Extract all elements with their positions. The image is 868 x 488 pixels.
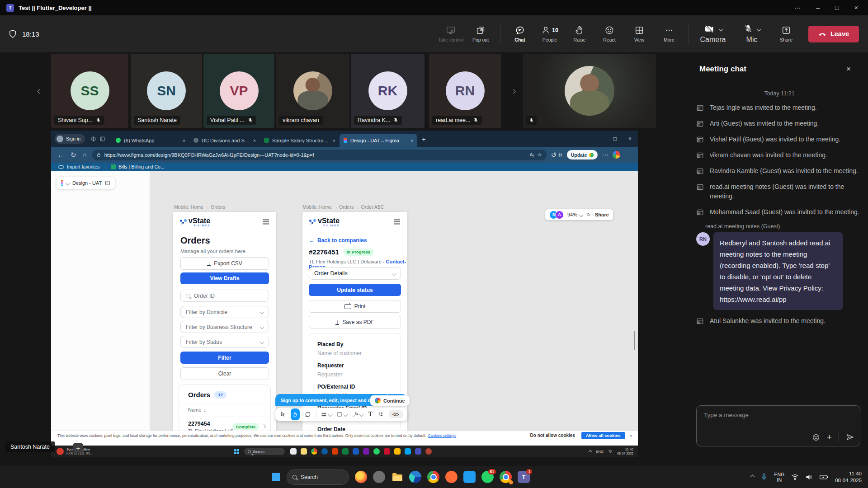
- attach-plus-icon[interactable]: +: [827, 434, 832, 441]
- tab-workspaces-icon[interactable]: [90, 136, 96, 142]
- filter-domicile-dropdown[interactable]: Filter by Domicile: [180, 306, 269, 318]
- browser-more-icon[interactable]: ⋯: [602, 151, 609, 159]
- browser-update-button[interactable]: Update: [567, 150, 598, 160]
- whatsapp-icon[interactable]: 81: [481, 471, 494, 483]
- inner-lang-label[interactable]: ENG: [596, 450, 604, 454]
- url-field[interactable]: https://www.figma.com/design/9BKQ0FOHRWa…: [92, 150, 547, 160]
- tab-close-icon[interactable]: ×: [183, 138, 185, 143]
- doc-menu-chevron-icon[interactable]: [66, 181, 70, 185]
- collections-icon[interactable]: ↺: [551, 151, 557, 159]
- name-column-header[interactable]: Name: [188, 407, 201, 413]
- inner-app-icon[interactable]: [301, 448, 307, 455]
- participant-tile[interactable]: RK Ravindra K...: [351, 54, 425, 128]
- bookmark-label[interactable]: Bills | Billing and Co...: [118, 164, 164, 169]
- scroll-tiles-right-button[interactable]: [507, 84, 519, 99]
- inner-search-box[interactable]: Search: [244, 448, 285, 455]
- collaborator-avatar-a[interactable]: A: [555, 211, 564, 219]
- back-to-companies-link[interactable]: ← Back to companies: [309, 237, 367, 244]
- allow-cookies-button[interactable]: Allow all cookies: [581, 432, 625, 439]
- minimize-button[interactable]: –: [816, 4, 820, 11]
- deny-cookies-button[interactable]: Do not allow cookies: [530, 433, 575, 438]
- tab-close-icon[interactable]: ×: [253, 138, 256, 143]
- inner-app-icon[interactable]: [353, 448, 359, 455]
- react-button[interactable]: React: [594, 25, 624, 42]
- cookie-close-icon[interactable]: ×: [630, 433, 632, 438]
- figma-canvas[interactable]: Design - UAT Mobile: Home → Orders Mobil…: [51, 171, 638, 431]
- inner-app-icon[interactable]: [384, 448, 390, 455]
- view-button[interactable]: View: [624, 25, 654, 42]
- zoom-control[interactable]: 94%: [567, 212, 583, 217]
- tab-close-icon[interactable]: ×: [410, 138, 413, 143]
- inner-app-icon[interactable]: [332, 448, 338, 455]
- inner-app-icon[interactable]: [415, 448, 421, 455]
- app-icon[interactable]: [373, 471, 385, 483]
- google-continue-button[interactable]: Continue: [370, 395, 410, 406]
- camera-button[interactable]: Camera: [693, 24, 732, 44]
- import-favorites-label[interactable]: Import favorites: [67, 164, 99, 169]
- raise-hand-button[interactable]: Raise: [565, 25, 594, 42]
- export-csv-button[interactable]: ↓ Export CSV: [180, 257, 269, 270]
- print-button[interactable]: Print: [309, 300, 401, 313]
- participant-tile[interactable]: SS Shivani Sup...: [51, 54, 128, 128]
- frame1-breadcrumb[interactable]: Mobile: Home → Orders: [174, 204, 225, 210]
- language-indicator[interactable]: ENGIN: [774, 472, 784, 483]
- inner-clock-date[interactable]: 08-04-2025: [617, 451, 633, 455]
- participant-tile-spotlight[interactable]: [523, 54, 656, 128]
- tray-mic-icon[interactable]: [761, 473, 767, 481]
- order-details-dropdown[interactable]: Order Details: [309, 267, 401, 280]
- read-aloud-icon[interactable]: A): [530, 152, 534, 157]
- move-tool-icon[interactable]: [280, 411, 286, 418]
- figma-frame-orders[interactable]: vState FILINGS Orders Manage all your or…: [173, 212, 276, 431]
- filter-structure-dropdown[interactable]: Filter by Business Structure: [180, 321, 269, 333]
- titlebar-more-icon[interactable]: ⋯: [795, 4, 801, 11]
- browser-profile-icon[interactable]: [613, 151, 620, 159]
- volume-icon[interactable]: [806, 474, 813, 480]
- home-icon[interactable]: ⌂: [83, 151, 87, 159]
- teams-icon[interactable]: T 1: [518, 471, 530, 483]
- hamburger-menu-icon[interactable]: [263, 221, 269, 222]
- inner-app-icon[interactable]: [425, 448, 432, 455]
- inner-app-icon[interactable]: [321, 448, 328, 455]
- scroll-tiles-left-button[interactable]: [33, 84, 45, 99]
- view-drafts-button[interactable]: View Drafts: [180, 272, 269, 284]
- browser-minimize-button[interactable]: –: [599, 136, 602, 142]
- taskbar-clock[interactable]: 11:4008-04-2025: [835, 470, 862, 484]
- browser-signin-button[interactable]: Sign in: [55, 134, 85, 144]
- extensions-icon[interactable]: ⌗: [558, 151, 562, 159]
- browser-tab-figma[interactable]: Design - UAT – Figma ×: [340, 134, 417, 147]
- inner-app-icon[interactable]: [311, 448, 317, 455]
- maximize-button[interactable]: □: [835, 4, 839, 11]
- participant-tile[interactable]: vikram chavan: [276, 54, 349, 128]
- inner-app-icon[interactable]: [373, 448, 380, 455]
- chat-close-icon[interactable]: ×: [846, 65, 851, 74]
- hand-tool-icon[interactable]: [291, 408, 300, 420]
- inner-app-icon[interactable]: [290, 448, 297, 455]
- more-button[interactable]: More: [654, 25, 684, 42]
- close-button[interactable]: ×: [854, 4, 858, 11]
- filter-button[interactable]: Filter: [180, 352, 269, 364]
- tab-close-icon[interactable]: ×: [333, 138, 335, 143]
- leave-button[interactable]: Leave: [808, 26, 859, 42]
- chat-composer[interactable]: Type a message +: [696, 405, 860, 446]
- browser-maximize-button[interactable]: □: [613, 136, 617, 142]
- participant-tile[interactable]: SN Santosh Narate: [131, 54, 202, 128]
- firefox-icon[interactable]: [355, 471, 367, 483]
- inner-app-icon[interactable]: [405, 448, 411, 455]
- back-icon[interactable]: ←: [57, 151, 64, 159]
- start-button[interactable]: [271, 472, 281, 482]
- favorite-star-icon[interactable]: ☆: [538, 152, 542, 158]
- inner-wifi-icon[interactable]: [608, 450, 613, 453]
- present-play-icon[interactable]: [586, 212, 591, 217]
- code-view-toggle[interactable]: </>: [389, 410, 403, 418]
- news-widget-icon[interactable]: [57, 448, 64, 455]
- camera-chevron-icon[interactable]: [718, 27, 723, 31]
- browser-close-button[interactable]: ×: [628, 136, 632, 142]
- update-status-button[interactable]: Update status: [309, 284, 401, 296]
- text-tool-icon[interactable]: T: [368, 411, 372, 418]
- refresh-icon[interactable]: ↻: [71, 151, 76, 159]
- hamburger-menu-icon[interactable]: [394, 221, 400, 222]
- send-message-icon[interactable]: [846, 433, 854, 441]
- tray-expand-icon[interactable]: [750, 475, 755, 479]
- canvas-scrollbar[interactable]: [634, 331, 635, 350]
- frame-tool-icon[interactable]: [321, 412, 332, 418]
